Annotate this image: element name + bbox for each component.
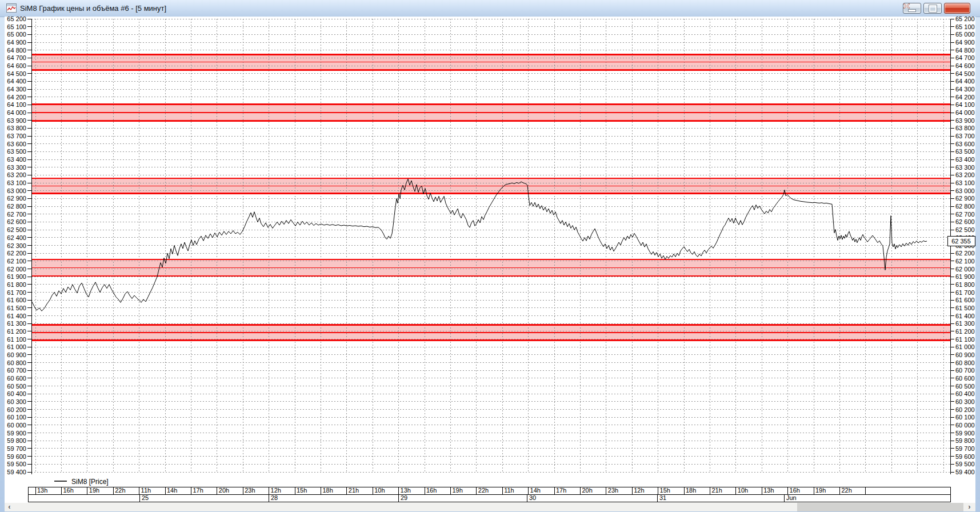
y-axis-label-left: 62 300	[7, 242, 26, 249]
y-axis-label-right: 59 900	[955, 430, 975, 437]
y-axis-label-right: 60 000	[955, 422, 975, 429]
y-axis-label-right: 65 100	[955, 23, 975, 30]
y-axis-label-right: 59 800	[955, 437, 975, 444]
y-axis-label-left: 65 200	[7, 17, 26, 22]
y-axis-label-left: 60 900	[7, 351, 26, 358]
y-axis-label-right: 61 000	[955, 343, 975, 350]
y-axis-label-right: 61 500	[955, 305, 975, 311]
y-axis-label-left: 61 300	[7, 320, 26, 327]
y-axis-label-right: 61 200	[955, 328, 975, 335]
scroll-left-arrow[interactable]: ‹	[5, 503, 14, 511]
y-axis-label-left: 62 000	[7, 266, 26, 273]
time-cell-label: 16h	[790, 487, 800, 494]
y-axis-label-right: 63 200	[955, 171, 975, 178]
time-cell-label: 13h	[37, 487, 47, 494]
time-cell-label: 23h	[608, 487, 618, 494]
date-section-label: 25	[142, 494, 149, 501]
y-axis-label-right: 63 600	[955, 141, 975, 147]
y-axis-label-left: 60 400	[7, 390, 26, 397]
y-axis-label-left: 64 100	[7, 101, 26, 108]
time-cell-label: 21h	[711, 487, 722, 494]
y-axis-label-left: 62 800	[7, 203, 26, 210]
y-axis-label-left: 62 200	[7, 250, 26, 257]
y-axis-label-right: 62 600	[955, 218, 975, 225]
y-axis-label-left: 63 200	[7, 171, 26, 178]
y-axis-label-right: 65 200	[955, 17, 975, 22]
y-axis-label-right: 62 100	[955, 258, 975, 265]
price-chart[interactable]: 65 20065 20065 10065 10065 00065 00064 9…	[5, 17, 975, 503]
y-axis-label-left: 60 000	[7, 422, 26, 429]
y-axis-label-left: 61 800	[7, 281, 26, 288]
y-axis-label-right: 60 500	[955, 383, 975, 390]
window-title: SiM8 График цены и объёма #6 - [5 минут]	[20, 4, 166, 13]
y-axis-label-right: 63 000	[955, 187, 975, 194]
time-cell-label: 12h	[271, 487, 281, 494]
y-axis-label-left: 62 900	[7, 195, 26, 202]
scroll-right-arrow[interactable]: ›	[965, 503, 974, 511]
y-axis-label-left: 59 700	[7, 445, 26, 452]
restore-button[interactable]	[923, 3, 942, 14]
y-axis-label-right: 64 300	[955, 86, 975, 93]
y-axis-label-left: 62 600	[7, 218, 26, 225]
y-axis-label-right: 63 300	[955, 164, 975, 171]
time-cell-label: 15h	[297, 487, 307, 494]
y-axis-label-right: 64 400	[955, 78, 975, 85]
y-axis-label-left: 63 100	[7, 179, 26, 186]
close-icon	[903, 3, 910, 9]
scroll-thumb[interactable]	[797, 503, 963, 511]
y-axis-label-right: 59 600	[955, 453, 975, 460]
y-axis-label-left: 64 500	[7, 70, 26, 77]
y-axis-label-left: 63 000	[7, 187, 26, 194]
time-cell-label: 14h	[530, 487, 541, 494]
y-axis-label-right: 63 700	[955, 133, 975, 139]
horizontal-scrollbar[interactable]: ‹ ›	[5, 503, 975, 511]
y-axis-label-left: 60 300	[7, 398, 26, 405]
y-axis-label-left: 59 600	[7, 453, 26, 460]
y-axis-label-right: 63 900	[955, 117, 975, 124]
time-cell-label: 19h	[815, 487, 826, 494]
time-cell-label: 23h	[245, 487, 255, 494]
y-axis-label-left: 59 400	[7, 469, 26, 475]
y-axis-label-left: 64 800	[7, 47, 26, 54]
y-axis-label-right: 59 500	[955, 461, 975, 467]
current-price-label: 62 355	[951, 238, 971, 245]
restore-icon	[929, 5, 937, 12]
time-cell-label: 10h	[738, 487, 748, 494]
time-cell-label: 10h	[374, 487, 385, 494]
minimize-icon	[908, 9, 916, 12]
close-button[interactable]	[944, 3, 970, 14]
time-cell-label: 11h	[504, 487, 514, 494]
y-axis-label-left: 59 900	[7, 430, 26, 437]
y-axis-label-right: 64 800	[955, 47, 975, 54]
y-axis-label-right: 64 500	[955, 70, 975, 77]
y-axis-label-left: 64 400	[7, 78, 26, 85]
y-axis-label-left: 60 200	[7, 406, 26, 413]
y-axis-label-left: 65 000	[7, 31, 26, 38]
y-axis-label-left: 63 400	[7, 156, 26, 163]
y-axis-label-left: 60 800	[7, 359, 26, 366]
y-axis-label-left: 62 100	[7, 258, 26, 265]
title-bar[interactable]: SiM8 График цены и объёма #6 - [5 минут]	[0, 0, 980, 17]
y-axis-label-left: 64 300	[7, 86, 26, 93]
y-axis-label-right: 59 700	[955, 445, 975, 452]
y-axis-label-right: 62 500	[955, 226, 975, 233]
time-cell-label: 17h	[556, 487, 566, 494]
y-axis-label-left: 60 500	[7, 383, 26, 390]
y-axis-label-right: 64 700	[955, 54, 975, 61]
time-cell-label: 16h	[426, 487, 437, 494]
y-axis-label-right: 63 500	[955, 148, 975, 155]
y-axis-label-right: 61 900	[955, 273, 975, 280]
y-axis-label-left: 61 100	[7, 336, 26, 343]
y-axis-label-left: 60 100	[7, 414, 26, 421]
time-cell-label: 11h	[141, 487, 151, 494]
time-cell-label: 19h	[89, 487, 99, 494]
y-axis-label-right: 64 100	[955, 101, 975, 108]
time-cell-label: 17h	[193, 487, 203, 494]
y-axis-label-left: 65 100	[7, 23, 26, 30]
date-section-label: 30	[529, 494, 536, 501]
chart-icon	[6, 3, 17, 13]
y-axis-label-right: 63 800	[955, 125, 975, 131]
y-axis-label-left: 62 400	[7, 234, 26, 241]
y-axis-label-right: 63 100	[955, 179, 975, 186]
y-axis-label-left: 62 700	[7, 211, 26, 218]
